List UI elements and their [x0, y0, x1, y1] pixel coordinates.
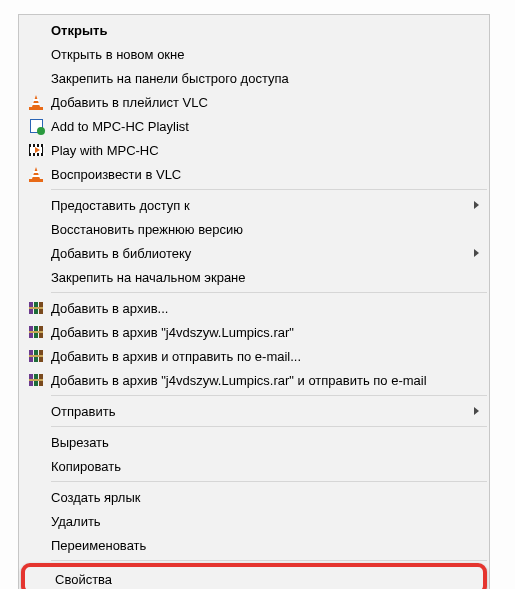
winrar-icon	[21, 349, 51, 363]
menu-item-add-mpc-playlist[interactable]: + Add to MPC-HC Playlist	[21, 114, 487, 138]
menu-label: Воспроизвести в VLC	[51, 167, 479, 182]
menu-label: Добавить в плейлист VLC	[51, 95, 479, 110]
menu-label: Создать ярлык	[51, 490, 479, 505]
menu-item-cut[interactable]: Вырезать	[21, 430, 487, 454]
context-menu: Открыть Открыть в новом окне Закрепить н…	[18, 14, 490, 589]
menu-item-open[interactable]: Открыть	[21, 18, 487, 42]
menu-item-delete[interactable]: Удалить	[21, 509, 487, 533]
menu-item-copy[interactable]: Копировать	[21, 454, 487, 478]
mpc-film-icon	[21, 144, 51, 156]
separator	[51, 481, 487, 482]
menu-item-restore-previous[interactable]: Восстановить прежнюю версию	[21, 217, 487, 241]
menu-label: Открыть	[51, 23, 479, 38]
submenu-arrow-icon	[474, 201, 479, 209]
separator	[51, 426, 487, 427]
menu-item-play-vlc[interactable]: Воспроизвести в VLC	[21, 162, 487, 186]
menu-item-open-new-window[interactable]: Открыть в новом окне	[21, 42, 487, 66]
menu-item-send[interactable]: Отправить	[21, 399, 487, 423]
vlc-cone-icon	[21, 95, 51, 109]
menu-label: Добавить в библиотеку	[51, 246, 474, 261]
menu-item-pin-quick-access[interactable]: Закрепить на панели быстрого доступа	[21, 66, 487, 90]
menu-item-properties[interactable]: Свойства	[25, 567, 483, 589]
menu-item-rar-email[interactable]: Добавить в архив и отправить по e-mail..…	[21, 344, 487, 368]
vlc-cone-icon	[21, 167, 51, 181]
menu-label: Добавить в архив...	[51, 301, 479, 316]
menu-label: Открыть в новом окне	[51, 47, 479, 62]
winrar-icon	[21, 325, 51, 339]
menu-label: Закрепить на начальном экране	[51, 270, 479, 285]
menu-item-add-library[interactable]: Добавить в библиотеку	[21, 241, 487, 265]
menu-label: Копировать	[51, 459, 479, 474]
menu-item-pin-start[interactable]: Закрепить на начальном экране	[21, 265, 487, 289]
menu-item-play-mpc[interactable]: Play with MPC-HC	[21, 138, 487, 162]
winrar-icon	[21, 301, 51, 315]
menu-item-rar-add[interactable]: Добавить в архив...	[21, 296, 487, 320]
menu-label: Добавить в архив "j4vdszyw.Lumpics.rar"	[51, 325, 479, 340]
menu-item-grant-access[interactable]: Предоставить доступ к	[21, 193, 487, 217]
menu-item-rar-add-named[interactable]: Добавить в архив "j4vdszyw.Lumpics.rar"	[21, 320, 487, 344]
menu-label: Play with MPC-HC	[51, 143, 479, 158]
menu-label: Удалить	[51, 514, 479, 529]
menu-label: Вырезать	[51, 435, 479, 450]
highlight-box: Свойства	[21, 563, 487, 589]
menu-label: Отправить	[51, 404, 474, 419]
separator	[51, 189, 487, 190]
separator	[51, 395, 487, 396]
menu-item-add-vlc-playlist[interactable]: Добавить в плейлист VLC	[21, 90, 487, 114]
menu-label: Предоставить доступ к	[51, 198, 474, 213]
menu-label: Закрепить на панели быстрого доступа	[51, 71, 479, 86]
submenu-arrow-icon	[474, 407, 479, 415]
submenu-arrow-icon	[474, 249, 479, 257]
menu-item-create-shortcut[interactable]: Создать ярлык	[21, 485, 487, 509]
menu-item-rar-email-named[interactable]: Добавить в архив "j4vdszyw.Lumpics.rar" …	[21, 368, 487, 392]
separator	[51, 292, 487, 293]
menu-label: Свойства	[55, 572, 475, 587]
menu-label: Add to MPC-HC Playlist	[51, 119, 479, 134]
winrar-icon	[21, 373, 51, 387]
menu-label: Добавить в архив "j4vdszyw.Lumpics.rar" …	[51, 373, 479, 388]
mpc-add-icon: +	[21, 119, 51, 133]
menu-label: Восстановить прежнюю версию	[51, 222, 479, 237]
menu-item-rename[interactable]: Переименовать	[21, 533, 487, 557]
menu-label: Переименовать	[51, 538, 479, 553]
separator	[51, 560, 487, 561]
menu-label: Добавить в архив и отправить по e-mail..…	[51, 349, 479, 364]
